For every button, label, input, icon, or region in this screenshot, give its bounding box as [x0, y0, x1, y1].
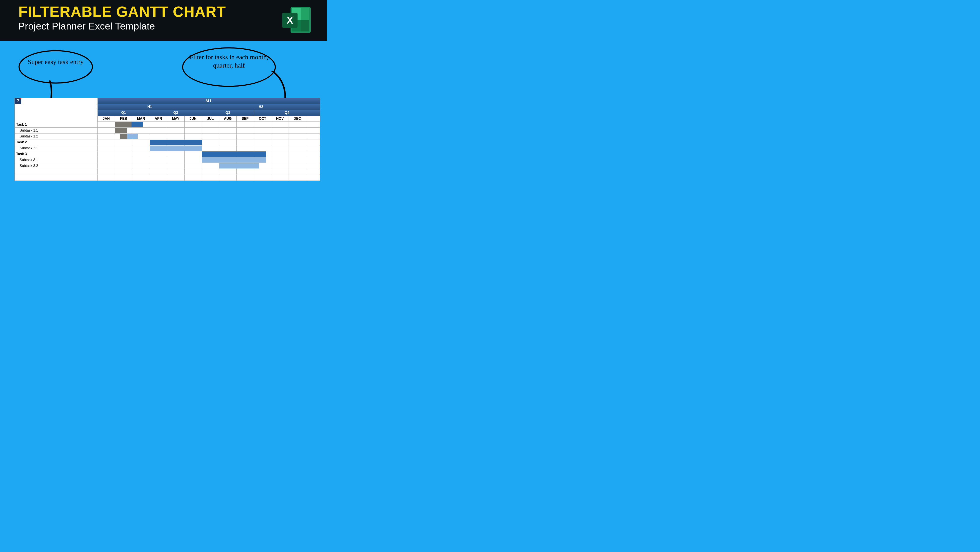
svg-text:X: X	[286, 15, 293, 25]
filter-h1[interactable]: H1	[98, 104, 202, 110]
gantt-cell	[271, 169, 289, 175]
gantt-cell	[132, 151, 150, 157]
gantt-cell	[98, 169, 115, 175]
gantt-cell	[150, 122, 167, 127]
task-label[interactable]: Task 2	[15, 139, 98, 145]
gantt-cell	[254, 139, 271, 145]
gantt-cell	[306, 127, 320, 134]
gantt-cell	[254, 122, 271, 127]
gantt-cell	[167, 169, 185, 175]
gantt-cell	[115, 145, 132, 151]
gantt-cell	[219, 175, 237, 181]
filter-q4[interactable]: Q4	[254, 110, 320, 116]
filter-month-jun[interactable]: JUN	[185, 116, 202, 122]
gantt-cell	[202, 145, 220, 151]
task-label[interactable]: Task 3	[15, 151, 98, 157]
empty-task-cell	[15, 169, 98, 175]
gantt-cell	[167, 127, 185, 134]
gantt-cell	[237, 134, 254, 139]
filter-all[interactable]: ALL	[98, 98, 320, 104]
gantt-cell	[271, 175, 289, 181]
gantt-cell	[202, 169, 220, 175]
gantt-cell	[202, 139, 220, 145]
gantt-cell	[185, 134, 202, 139]
gantt-cell	[289, 163, 306, 169]
filter-month-apr[interactable]: APR	[150, 116, 167, 122]
gantt-bar[interactable]	[202, 151, 266, 157]
gantt-cell	[115, 151, 132, 157]
task-label[interactable]: Subtask 3.1	[15, 157, 98, 163]
callout-easy-entry: Super easy task entry	[18, 49, 94, 84]
filter-month-oct[interactable]: OCT	[254, 116, 271, 122]
filter-month-mar[interactable]: MAR	[132, 116, 150, 122]
gantt-cell	[115, 175, 132, 181]
filter-q1[interactable]: Q1	[98, 110, 150, 116]
gantt-cell	[98, 175, 115, 181]
gantt-row: Subtask 3.1	[15, 157, 320, 163]
gantt-bar[interactable]	[150, 146, 202, 151]
task-label[interactable]: Subtask 1.1	[15, 127, 98, 134]
gantt-cell	[150, 127, 167, 134]
gantt-cell	[219, 169, 237, 175]
gantt-cell	[167, 157, 185, 163]
gantt-cell	[150, 157, 167, 163]
gantt-bar[interactable]	[150, 140, 202, 145]
gantt-bar[interactable]	[220, 163, 259, 169]
filter-month-may[interactable]: MAY	[167, 116, 185, 122]
svg-rect-4	[301, 20, 309, 32]
task-label[interactable]: Task 1	[15, 122, 98, 127]
gantt-cell	[132, 163, 150, 169]
task-label[interactable]: Subtask 2.1	[15, 145, 98, 151]
gantt-cell	[306, 169, 320, 175]
filter-month-jan[interactable]: JAN	[98, 116, 115, 122]
help-button[interactable]: ?	[14, 98, 21, 104]
gantt-cell	[98, 157, 115, 163]
gantt-cell	[202, 122, 220, 127]
gantt-cell	[167, 122, 185, 127]
gantt-cell	[185, 157, 202, 163]
gantt-cell	[202, 134, 220, 139]
page-title: FILTERABLE GANTT CHART	[18, 4, 327, 19]
gantt-cell	[271, 151, 289, 157]
gantt-cell	[98, 122, 115, 127]
gantt-row: Subtask 1.2	[15, 134, 320, 139]
filter-month-feb[interactable]: FEB	[115, 116, 132, 122]
gantt-cell	[98, 134, 115, 139]
gantt-cell	[132, 127, 150, 134]
gantt-cell	[219, 127, 237, 134]
gantt-cell	[150, 151, 167, 157]
filter-month-aug[interactable]: AUG	[219, 116, 237, 122]
filter-month-sep[interactable]: SEP	[237, 116, 254, 122]
gantt-cell	[254, 127, 271, 134]
gantt-cell	[98, 139, 115, 145]
gantt-bar[interactable]	[202, 157, 266, 162]
gantt-cell	[271, 139, 289, 145]
filter-month-dec[interactable]: DEC	[289, 116, 306, 122]
filter-h2[interactable]: H2	[202, 104, 320, 110]
gantt-cell	[271, 127, 289, 134]
filter-q3[interactable]: Q3	[202, 110, 254, 116]
gantt-cell	[289, 127, 306, 134]
filter-month-nov[interactable]: NOV	[271, 116, 289, 122]
filter-month-jul[interactable]: JUL	[202, 116, 220, 122]
gantt-cell	[271, 145, 289, 151]
gantt-cell	[150, 134, 167, 139]
gantt-cell	[185, 169, 202, 175]
excel-icon: X	[281, 6, 312, 35]
gantt-cell	[254, 175, 271, 181]
gantt-cell	[306, 134, 320, 139]
gantt-cell	[132, 175, 150, 181]
gantt-cell	[254, 134, 271, 139]
task-label[interactable]: Subtask 1.2	[15, 134, 98, 139]
gantt-cell	[185, 122, 202, 127]
gantt-cell	[306, 139, 320, 145]
task-header-blank	[14, 98, 97, 122]
gantt-cell	[271, 122, 289, 127]
gantt-cell	[289, 169, 306, 175]
callout-filter: Filter for tasks in each month, quarter,…	[181, 46, 277, 88]
gantt-cell	[289, 122, 306, 127]
filter-q2[interactable]: Q2	[150, 110, 202, 116]
gantt-cell	[271, 157, 289, 163]
task-label[interactable]: Subtask 3.2	[15, 163, 98, 169]
gantt-bar-completed	[115, 128, 127, 133]
